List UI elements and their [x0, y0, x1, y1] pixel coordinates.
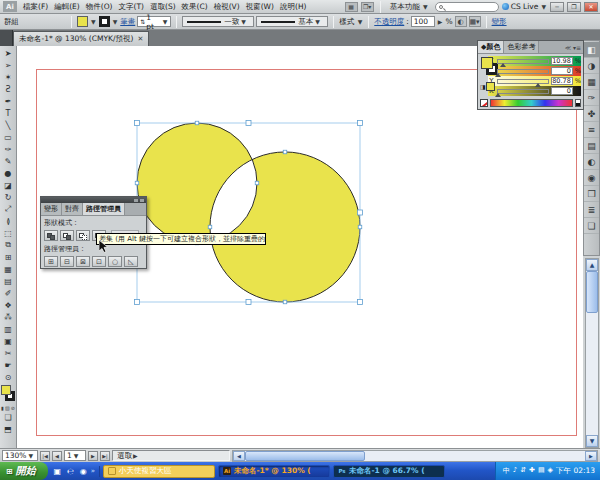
white-black-swatches[interactable] — [575, 99, 581, 107]
color-guide-panel-icon[interactable]: ◑ — [584, 58, 599, 74]
vertical-scroll-thumb[interactable] — [586, 271, 598, 313]
network-tray-icon[interactable]: ⇵ — [520, 466, 526, 476]
selection-handle[interactable] — [135, 121, 140, 126]
zoom-level-select[interactable]: 130%▼ — [2, 450, 38, 461]
pen-tool-icon[interactable]: ✒ — [1, 95, 16, 107]
screen-mode-button[interactable]: ⬒ — [1, 423, 16, 435]
selection-handle[interactable] — [135, 300, 140, 305]
width-profile-select[interactable]: 一致▼ — [182, 16, 254, 27]
taskbar-folder-window[interactable]: 小天使複習大區 — [103, 465, 215, 478]
transparency-panel-icon[interactable]: ◐ — [584, 154, 599, 170]
symbols-panel-icon[interactable]: ✤ — [584, 106, 599, 122]
last-artboard-button[interactable]: ▶| — [100, 451, 110, 461]
perspective-grid-tool-icon[interactable]: ⊞ — [1, 251, 16, 263]
slider-thumb[interactable] — [495, 73, 501, 77]
slider-thumb[interactable] — [500, 63, 506, 67]
selection-handle[interactable] — [358, 210, 363, 215]
brushes-panel-icon[interactable]: ✑ — [584, 90, 599, 106]
scroll-down-arrow[interactable]: ▼ — [586, 435, 598, 447]
slider-track[interactable] — [497, 89, 549, 94]
arrange-documents-icon[interactable]: ❐▾ — [361, 2, 374, 12]
selection-handle[interactable] — [358, 121, 363, 126]
tab-transform[interactable]: 變形 — [41, 203, 62, 215]
graph-tool-icon[interactable]: ▥ — [1, 323, 16, 335]
scroll-up-arrow[interactable]: ▲ — [586, 259, 598, 271]
fill-dropdown-arrow[interactable]: ▼ — [90, 18, 97, 25]
recolor-artwork-icon[interactable]: ◐ — [455, 16, 467, 27]
anchor-point[interactable] — [135, 181, 139, 185]
menu-select[interactable]: 選取(S) — [147, 2, 179, 12]
rectangle-tool-icon[interactable]: ▭ — [1, 131, 16, 143]
swatches-panel-icon[interactable]: ▦ — [584, 74, 599, 90]
minimize-button[interactable]: ─ — [550, 2, 564, 12]
swap-colors-icon[interactable]: ◨ — [480, 83, 486, 90]
lasso-tool-icon[interactable]: Ƨ — [1, 83, 16, 95]
workspace-switcher[interactable]: 基本功能 ▼ — [387, 2, 432, 12]
slider-thumb[interactable] — [535, 83, 541, 87]
menu-window[interactable]: 視窗(W) — [243, 2, 277, 12]
brush-definition-select[interactable]: 基本▼ — [256, 16, 328, 27]
vertical-scroll-track[interactable] — [586, 313, 598, 435]
bridge-icon[interactable]: ▦ — [345, 2, 358, 12]
artboards-panel-icon[interactable]: ❏ — [584, 218, 599, 234]
transform-link[interactable]: 變形 — [492, 17, 507, 27]
stroke-dropdown-arrow[interactable]: ▼ — [112, 18, 119, 25]
magic-wand-tool-icon[interactable]: ✶ — [1, 71, 16, 83]
layers-panel-icon[interactable]: ≣ — [584, 202, 599, 218]
tab-align[interactable]: 對齊 — [62, 203, 83, 215]
trim-button[interactable]: ⊟ — [60, 256, 74, 267]
menu-edit[interactable]: 編輯(E) — [51, 2, 83, 12]
start-button[interactable]: ⊞ 開始 — [0, 462, 48, 480]
merge-button[interactable]: ⊠ — [76, 256, 90, 267]
gradient-tool-icon[interactable]: ▤ — [1, 275, 16, 287]
symbol-sprayer-tool-icon[interactable]: ⁂ — [1, 311, 16, 323]
panel-fill-swatch[interactable] — [481, 57, 493, 69]
style-select[interactable]: 樣式 ▼ — [339, 17, 363, 27]
eyedropper-tool-icon[interactable]: ✐ — [1, 287, 16, 299]
anchor-point[interactable] — [195, 121, 199, 125]
quick-launch-overflow-icon[interactable]: » — [91, 467, 95, 475]
fill-stroke-control[interactable] — [1, 385, 16, 405]
document-tab[interactable]: 未命名-1* @ 130% (CMYK/預視) ✕ — [13, 31, 149, 46]
antivirus-tray-icon[interactable]: ✚ — [529, 466, 535, 476]
blob-brush-tool-icon[interactable]: ● — [1, 167, 16, 179]
unite-button[interactable] — [44, 230, 58, 241]
scroll-right-arrow[interactable]: ▶ — [585, 451, 597, 461]
selection-handle[interactable] — [358, 300, 363, 305]
hand-tool-icon[interactable]: ☛ — [1, 359, 16, 371]
menu-view[interactable]: 檢視(V) — [211, 2, 243, 12]
graphic-styles-panel-icon[interactable]: ❒ — [584, 186, 599, 202]
direct-selection-tool-icon[interactable]: ➢ — [1, 59, 16, 71]
stroke-panel-link[interactable]: 筆畫 — [120, 17, 135, 27]
anchor-point[interactable] — [283, 300, 287, 304]
close-button[interactable]: ✕ — [584, 2, 598, 12]
menu-object[interactable]: 物件(O) — [83, 2, 116, 12]
opacity-field[interactable]: 100 — [411, 16, 435, 27]
horizontal-scrollbar[interactable]: ◀ ▶ — [232, 450, 598, 462]
show-desktop-icon[interactable]: ▣ — [52, 466, 63, 477]
eraser-tool-icon[interactable]: ◪ — [1, 179, 16, 191]
menu-effect[interactable]: 效果(C) — [179, 2, 211, 12]
fill-color-swatch[interactable] — [77, 16, 88, 27]
selection-handle[interactable] — [246, 300, 251, 305]
volume-tray-icon[interactable]: ♪ — [513, 466, 517, 476]
restore-button[interactable]: ❐ — [567, 2, 581, 12]
zoom-tool-icon[interactable]: ⊙ — [1, 371, 16, 383]
artboard-number-select[interactable]: 1▼ — [64, 450, 86, 461]
anchor-point[interactable] — [208, 225, 212, 229]
scroll-left-arrow[interactable]: ◀ — [233, 451, 245, 461]
ime-tray-icon[interactable]: 中 — [503, 466, 510, 476]
channel-value-field[interactable]: 0 — [551, 67, 573, 75]
none-color-swatch[interactable] — [480, 99, 488, 107]
slider-thumb[interactable] — [495, 93, 501, 97]
stroke-weight-field[interactable]: ⇅1 pt▼ — [137, 16, 171, 27]
type-tool-icon[interactable]: T — [1, 107, 16, 119]
slider-track[interactable] — [497, 79, 549, 84]
selection-handle[interactable] — [246, 121, 251, 126]
panel-close-icon[interactable] — [140, 199, 144, 202]
vertical-scrollbar[interactable]: ▲ ▼ — [585, 258, 599, 448]
media-player-icon[interactable]: ◉ — [78, 466, 89, 477]
slider-track[interactable] — [497, 59, 549, 64]
outline-button[interactable]: ○ — [108, 256, 122, 267]
taskbar-clock[interactable]: 下午 02:13 — [556, 466, 595, 476]
